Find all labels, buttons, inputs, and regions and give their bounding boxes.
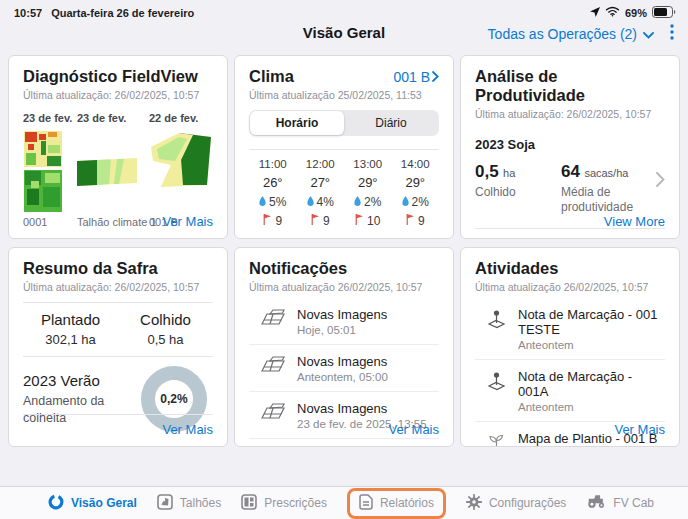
notification-title: Novas Imagens — [297, 354, 388, 369]
activity-item[interactable]: Nota de Marcação - 001 TESTE Anteontem — [475, 298, 665, 360]
hour-temp: 29° — [358, 175, 378, 190]
report-document-icon — [359, 494, 373, 513]
operations-selector-label: Todas as Operações (2) — [488, 26, 637, 42]
hourly-forecast: 11:00 26° 5% 9 12:00 27° 4% 9 13:00 29° … — [249, 158, 439, 228]
card-title: Clima — [249, 67, 294, 86]
ver-mais-link[interactable]: Ver Mais — [388, 422, 439, 437]
hour-wind: 9 — [275, 214, 282, 228]
card-updated: Última atualização: 26/02/2025, 10:57 — [475, 108, 665, 120]
card-updated: Última atualização 26/02/2025, 10:57 — [249, 281, 439, 293]
hour-precip: 2% — [412, 195, 429, 209]
droplet-icon — [354, 195, 361, 209]
tab-horario[interactable]: Horário — [250, 111, 344, 135]
prescription-map-icon — [241, 494, 257, 513]
tab-label: Configurações — [489, 496, 566, 510]
activity-time: Anteontem — [518, 339, 665, 351]
hour-precip: 5% — [269, 195, 286, 209]
field-map-thumbnail — [149, 131, 213, 213]
notification-item[interactable]: Novas Imagens Anteontem, 05:00 — [249, 345, 439, 392]
tab-relatorios[interactable]: Relatórios — [347, 488, 446, 519]
season-label: 2023 Verão — [23, 372, 115, 389]
field-thumbnail-column[interactable]: 23 de fev. — [23, 112, 77, 228]
wifi-icon — [605, 6, 620, 19]
app-screen: 10:57 Quarta-feira 26 de fevereiro 69% — [0, 0, 688, 519]
header-actions: Todas as Operações (2) — [488, 24, 674, 44]
planted-value: 302,1 ha — [23, 332, 118, 347]
droplet-icon — [307, 195, 314, 209]
map-pin-icon — [487, 309, 506, 333]
yield-unit: sacas/ha — [584, 167, 628, 179]
tab-visao-geral[interactable]: Visão Geral — [48, 494, 137, 513]
operations-selector[interactable]: Todas as Operações (2) — [488, 26, 654, 42]
ver-mais-link[interactable]: Ver Mais — [614, 422, 665, 437]
field-map-thumbnail — [23, 131, 77, 213]
card-title: Análise de Produtividade — [475, 67, 665, 105]
hour-label: 13:00 — [353, 158, 382, 170]
clima-field-link[interactable]: 001 B — [393, 69, 439, 85]
card-updated: Última atualização 26/02/2025, 10:57 — [475, 281, 665, 293]
planted-label: Plantado — [23, 311, 118, 328]
status-bar: 10:57 Quarta-feira 26 de fevereiro 69% — [0, 0, 688, 22]
ver-mais-link[interactable]: Ver Mais — [162, 422, 213, 437]
harvested-label: Colhido — [475, 185, 561, 200]
view-more-link[interactable]: View More — [604, 214, 665, 229]
hour-label: 11:00 — [259, 158, 287, 170]
dashboard-grid: Diagnóstico FieldView Última atualização… — [8, 55, 680, 447]
hour-wind: 9 — [323, 214, 330, 228]
activity-title: Nota de Marcação - 001A — [518, 369, 665, 399]
notification-time: Hoje, 05:01 — [297, 324, 387, 336]
battery-icon — [652, 6, 676, 20]
overflow-menu-icon[interactable] — [670, 24, 674, 44]
hour-wind: 10 — [367, 214, 380, 228]
field-thumbnail-column[interactable]: 23 de fev. Talhão climate 1 — [77, 112, 149, 228]
tab-prescricoes[interactable]: Prescrições — [241, 494, 327, 513]
wind-flag-icon — [355, 214, 364, 228]
divider — [23, 414, 213, 415]
wind-flag-icon — [311, 214, 320, 228]
seedling-icon — [487, 433, 506, 447]
hour-label: 14:00 — [401, 158, 430, 170]
field-image-date: 23 de fev. — [23, 112, 77, 124]
tab-label: Prescrições — [264, 496, 327, 510]
tab-fv-cab[interactable]: FV Cab — [586, 494, 654, 512]
hour-precip: 4% — [317, 195, 334, 209]
new-imagery-icon — [261, 356, 285, 377]
tab-label: Visão Geral — [71, 496, 137, 510]
card-analise-produtividade: Análise de Produtividade Última atualiza… — [460, 55, 680, 239]
field-name: Talhão climate 1 — [77, 216, 149, 228]
page-title: Visão Geral — [303, 24, 385, 41]
notification-item[interactable]: Novas Imagens Hoje, 05:01 — [249, 298, 439, 345]
field-name: 0001 — [23, 216, 77, 228]
hour-temp: 27° — [310, 175, 330, 190]
forecast-hour: 11:00 26° 5% 9 — [249, 158, 297, 228]
chevron-right-icon — [432, 69, 439, 85]
hour-label: 12:00 — [306, 158, 335, 170]
status-date: Quarta-feira 26 de fevereiro — [51, 7, 194, 19]
forecast-hour: 14:00 29° 2% 9 — [392, 158, 440, 228]
card-title: Notificações — [249, 259, 439, 278]
bottom-tab-bar: Visão Geral Talhões Prescrições Relatóri… — [0, 486, 688, 519]
gear-icon — [466, 494, 482, 513]
droplet-icon — [259, 195, 266, 209]
harvest-progress-value: 0,2% — [160, 392, 187, 406]
field-thumbnail-column[interactable]: 22 de fev. 001 B — [149, 112, 213, 228]
chevron-right-icon — [656, 172, 665, 191]
field-boundary-icon — [157, 494, 173, 513]
tab-label: Talhões — [180, 496, 221, 510]
tab-talhoes[interactable]: Talhões — [157, 494, 221, 513]
productivity-summary-row[interactable]: 0,5 ha Colhido 64 sacas/ha Média de prod… — [475, 162, 665, 215]
overview-ring-icon — [48, 494, 64, 513]
field-image-date: 23 de fev. — [77, 112, 149, 124]
tab-configuracoes[interactable]: Configurações — [466, 494, 566, 513]
tab-diario[interactable]: Diário — [344, 111, 438, 135]
divider — [23, 356, 213, 357]
card-notificacoes: Notificações Última atualização 26/02/20… — [234, 247, 454, 447]
clima-field-link-label: 001 B — [393, 69, 430, 85]
harvested-label: Colhido — [118, 311, 213, 328]
ver-mais-link[interactable]: Ver Mais — [162, 214, 213, 229]
card-atividades: Atividades Última atualização 26/02/2025… — [460, 247, 680, 447]
activity-title: Nota de Marcação - 001 TESTE — [518, 307, 665, 337]
activity-item[interactable]: Nota de Marcação - 001A Anteontem — [475, 360, 665, 422]
wind-flag-icon — [406, 214, 415, 228]
harvested-unit: ha — [503, 167, 515, 179]
